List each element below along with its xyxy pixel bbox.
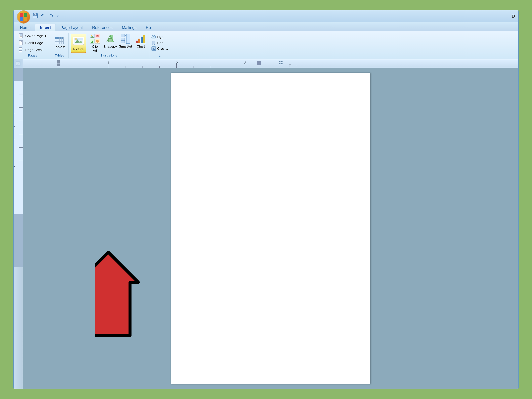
svg-rect-74 xyxy=(281,63,282,64)
logo-cell-1 xyxy=(20,13,23,17)
save-button[interactable] xyxy=(32,13,38,20)
word-window: ▼ D Home Insert Page Layout References M… xyxy=(13,10,519,389)
shapes-button[interactable]: Shapes▾ xyxy=(104,34,117,49)
svg-rect-79 xyxy=(14,68,23,81)
table-icon xyxy=(55,37,64,44)
svg-text:1: 1 xyxy=(108,61,110,65)
picture-label: Picture xyxy=(73,47,84,51)
picture-icon xyxy=(73,35,84,47)
svg-rect-44 xyxy=(143,35,145,43)
svg-text:-: - xyxy=(14,111,15,115)
hyperlink-button[interactable]: Hyp… xyxy=(151,35,168,40)
office-logo xyxy=(20,13,27,21)
tab-references[interactable]: References xyxy=(88,24,117,31)
pages-group-label: Pages xyxy=(28,53,37,58)
ribbon-group-pages: Cover Page ▾ Blank Page xyxy=(15,32,50,58)
svg-rect-53 xyxy=(23,59,518,68)
ruler-horizontal-scale: 1 2 3 xyxy=(23,59,518,68)
svg-rect-72 xyxy=(281,61,282,62)
tab-page-layout[interactable]: Page Layout xyxy=(56,24,88,31)
svg-rect-23 xyxy=(74,38,83,40)
illustrations-items: Picture xyxy=(71,32,147,53)
links-group-items: Hyp… Boo… ab Cros… xyxy=(151,32,168,53)
ruler-corner xyxy=(14,59,23,68)
svg-text:-: - xyxy=(14,165,15,168)
svg-text:ab: ab xyxy=(152,47,155,50)
cover-page-icon xyxy=(19,33,24,38)
tab-insert[interactable]: Insert xyxy=(35,24,56,31)
vertical-ruler: - - - - - - xyxy=(14,68,23,389)
svg-rect-73 xyxy=(279,63,280,64)
ribbon: Home Insert Page Layout References Maili… xyxy=(14,22,518,59)
logo-cell-4 xyxy=(24,17,27,21)
pages-group-items: Cover Page ▾ Blank Page xyxy=(18,32,48,53)
svg-rect-36 xyxy=(121,34,125,37)
window-title-partial: D xyxy=(512,14,515,19)
bookmark-icon xyxy=(151,41,156,45)
svg-rect-38 xyxy=(121,41,125,43)
tables-group-items: Table ▾ xyxy=(54,32,65,53)
svg-rect-11 xyxy=(19,41,23,45)
cover-page-label: Cover Page ▾ xyxy=(25,34,47,38)
redo-button[interactable] xyxy=(48,13,55,20)
office-button[interactable] xyxy=(17,10,30,24)
logo-cell-2 xyxy=(24,13,27,17)
svg-rect-7 xyxy=(20,34,22,36)
quick-access-toolbar: ▼ xyxy=(30,10,62,22)
hyperlink-icon xyxy=(151,35,156,40)
tab-review[interactable]: Re xyxy=(141,24,156,31)
svg-rect-40 xyxy=(126,34,130,44)
blank-page-button[interactable]: Blank Page xyxy=(18,40,48,46)
save-icon xyxy=(32,13,38,19)
customize-qat-button[interactable]: ▼ xyxy=(56,14,60,19)
shapes-icon xyxy=(105,34,115,44)
smart-art-button[interactable]: SmartArt xyxy=(119,34,132,48)
bookmark-button[interactable]: Boo… xyxy=(151,41,168,45)
document-page-area xyxy=(23,68,518,389)
page-break-icon xyxy=(19,47,24,52)
svg-text:Γ: Γ xyxy=(289,63,291,68)
tables-group-label: Tables xyxy=(55,53,64,58)
svg-rect-54 xyxy=(57,60,60,63)
title-bar: ▼ D xyxy=(14,10,518,22)
svg-rect-41 xyxy=(136,41,138,43)
svg-text:2: 2 xyxy=(176,61,178,65)
cross-ref-button[interactable]: ab Cros… xyxy=(151,46,168,51)
tab-home[interactable]: Home xyxy=(15,24,35,31)
shapes-label: Shapes▾ xyxy=(104,44,117,49)
links-group-label: L xyxy=(151,53,168,58)
svg-rect-12 xyxy=(19,48,22,49)
undo-button[interactable] xyxy=(40,13,47,20)
svg-text:-: - xyxy=(14,98,15,101)
page-break-button[interactable]: Page Break xyxy=(18,47,48,53)
svg-rect-3 xyxy=(33,16,37,18)
svg-text:3: 3 xyxy=(244,61,246,65)
svg-rect-43 xyxy=(141,37,143,43)
blank-page-label: Blank Page xyxy=(25,41,43,45)
svg-text:-: - xyxy=(14,151,15,155)
cover-page-button[interactable]: Cover Page ▾ xyxy=(18,33,48,39)
ruler-v-svg: - - - - - - xyxy=(14,68,23,267)
svg-rect-42 xyxy=(138,38,140,43)
chart-icon xyxy=(136,34,146,44)
clip-art-button[interactable]: ClipArt xyxy=(88,34,101,52)
ribbon-tabs: Home Insert Page Layout References Maili… xyxy=(14,22,518,31)
clip-art-icon xyxy=(90,34,100,44)
redo-icon xyxy=(49,13,54,19)
svg-rect-37 xyxy=(121,38,125,41)
svg-point-25 xyxy=(91,35,92,36)
svg-rect-14 xyxy=(19,51,22,52)
table-btn-label[interactable]: Table ▾ xyxy=(54,45,65,49)
ruler-svg: 1 2 3 xyxy=(23,59,518,68)
picture-button[interactable]: Picture xyxy=(71,34,86,53)
logo-cell-3 xyxy=(20,17,23,21)
document-page[interactable] xyxy=(171,73,370,384)
ruler-corner-icon xyxy=(16,61,21,66)
svg-rect-81 xyxy=(14,214,23,267)
illustrations-group-label: Illustrations xyxy=(71,53,147,58)
svg-rect-55 xyxy=(57,64,60,66)
tab-mailings[interactable]: Mailings xyxy=(117,24,141,31)
chart-button[interactable]: Chart xyxy=(134,34,147,48)
svg-rect-2 xyxy=(34,14,35,15)
svg-text:-: - xyxy=(14,138,15,141)
